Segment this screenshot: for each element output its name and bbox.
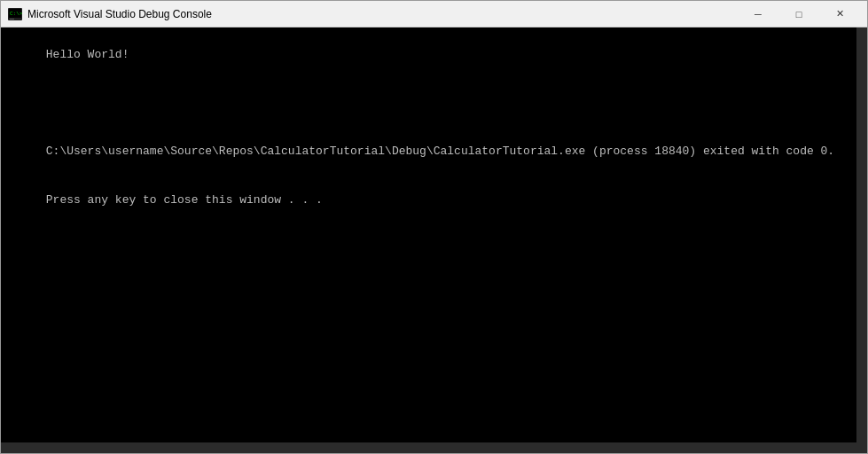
window-controls: ─ □ ✕ [738, 1, 860, 27]
console-line-1: Hello World! [46, 48, 129, 61]
console-output: Hello World! C:\Users\username\Source\Re… [4, 31, 864, 224]
close-button[interactable]: ✕ [819, 1, 860, 27]
vertical-scrollbar[interactable] [856, 27, 867, 442]
title-bar: C:\> Microsoft Visual Studio Debug Conso… [1, 1, 867, 27]
horizontal-scrollbar[interactable] [1, 442, 856, 453]
app-icon: C:\> [8, 7, 22, 21]
svg-rect-2 [10, 19, 14, 20]
console-line-3: C:\Users\username\Source\Repos\Calculato… [46, 145, 834, 158]
window-title: Microsoft Visual Studio Debug Console [27, 8, 738, 20]
scrollbar-corner [856, 442, 867, 453]
minimize-button[interactable]: ─ [738, 1, 778, 27]
console-output-area[interactable]: Hello World! C:\Users\username\Source\Re… [1, 27, 867, 453]
maximize-button[interactable]: □ [778, 1, 819, 27]
main-window: C:\> Microsoft Visual Studio Debug Conso… [0, 0, 868, 454]
console-line-4: Press any key to close this window . . . [46, 193, 323, 207]
svg-text:C:\>: C:\> [10, 11, 22, 17]
